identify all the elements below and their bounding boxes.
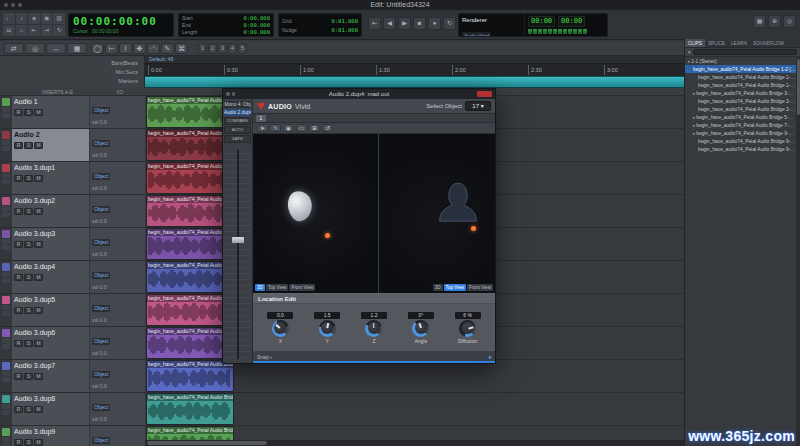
conductor-icon[interactable]: ♪ xyxy=(16,13,28,24)
track-m-button[interactable]: M xyxy=(34,340,43,347)
track-name-cell[interactable]: Audio 3.dup5RSM xyxy=(12,294,90,326)
clips-tab-clips[interactable]: CLIPS xyxy=(685,39,705,47)
track-output-selector[interactable]: Object xyxy=(92,239,110,246)
grid-value[interactable]: 0:01.000 xyxy=(332,17,359,25)
track-s-button[interactable]: S xyxy=(24,109,33,116)
audio-clip[interactable]: begin_have_audio74_Petal Audio Bridge 1-… xyxy=(147,163,233,193)
play-icon[interactable]: ▶ xyxy=(398,17,411,30)
object-position-dot[interactable] xyxy=(325,233,330,238)
audio-clip[interactable]: begin_have_audio74_Petal Audio Bridge 7-… xyxy=(147,361,233,391)
select-tool-icon[interactable]: I xyxy=(119,43,132,54)
view-button-front-view[interactable]: Front View xyxy=(467,284,493,291)
knob-control[interactable] xyxy=(412,320,429,337)
track-output-selector[interactable]: Object xyxy=(92,305,110,312)
pencil-tool-icon[interactable]: ✎ xyxy=(161,43,174,54)
listener-view-pane[interactable]: 3DTop ViewFront View xyxy=(379,134,495,293)
audio-clip[interactable]: begin_have_audio74_Petal Audio Bridge 3-… xyxy=(147,262,233,292)
clip-list-item[interactable]: ▸begin_have_audio74_Petal Audio Bridge 7… xyxy=(685,121,796,129)
track-name-cell[interactable]: Audio 3.dup4RSM xyxy=(12,261,90,293)
expand-icon[interactable]: ▸ xyxy=(489,354,492,360)
audio-clip[interactable]: begin_have_audio74_Petal Audio Bridge 1-… xyxy=(147,130,233,160)
window-zoom-icon[interactable] xyxy=(18,3,22,7)
loop-icon[interactable]: ↻ xyxy=(443,17,456,30)
track-s-button[interactable]: S xyxy=(24,340,33,347)
disclosure-arrow-icon[interactable]: ▸ xyxy=(693,123,695,128)
plugin-safe-button[interactable]: SAFE xyxy=(224,135,251,143)
clips-tab-learn[interactable]: LEARN xyxy=(728,39,750,47)
clip-list-item[interactable]: begin_have_audio74_Petal Audio Bridge 1-… xyxy=(685,73,796,81)
zoom-tool-icon[interactable]: ◯ xyxy=(91,43,104,54)
track-volume-readout[interactable]: vol 0.0 xyxy=(92,185,143,191)
scrub-tool-icon[interactable]: ◠ xyxy=(147,43,160,54)
track-volume-readout[interactable]: vol 0.0 xyxy=(92,416,143,422)
target-icon[interactable]: ◎ xyxy=(783,15,796,28)
track-header[interactable]: Audio 3.dup5RSMObjectvol 0.0 xyxy=(0,294,145,327)
post-roll-icon[interactable]: ⇥ xyxy=(41,25,53,36)
track-volume-readout[interactable]: vol 0.0 xyxy=(92,218,143,224)
ruler-tick[interactable]: 2:30 xyxy=(528,65,542,75)
track-m-button[interactable]: M xyxy=(34,175,43,182)
field-value[interactable]: 0:00.000 xyxy=(244,29,271,36)
object-view-pane[interactable]: 3DTop ViewFront View xyxy=(253,134,379,293)
spatial-viewport[interactable]: 3DTop ViewFront View 3DTop ViewFront Vie… xyxy=(253,134,495,293)
audio-clip[interactable]: begin_have_audio74_Petal Audio Bridge 9-… xyxy=(147,97,233,127)
knob-control[interactable] xyxy=(459,320,476,337)
track-output-selector[interactable]: Object xyxy=(92,437,110,444)
clip-list-item[interactable]: ▸begin_have_audio74_Petal Audio Bridge 9… xyxy=(685,129,796,137)
track-s-button[interactable]: S xyxy=(24,274,33,281)
midi-thru-icon[interactable]: ⌂ xyxy=(16,25,28,36)
view-button-3d[interactable]: 3D xyxy=(255,284,265,291)
track-header[interactable]: Audio 3.dup2RSMObjectvol 0.0 xyxy=(0,195,145,228)
plugin-compare-button[interactable]: COMPARE xyxy=(224,117,251,125)
arrow-tool-icon[interactable]: ➤ xyxy=(257,124,268,132)
track-s-button[interactable]: S xyxy=(24,208,33,215)
plugin-settings-icon[interactable] xyxy=(232,92,236,96)
zoom-preset-1[interactable]: 1 xyxy=(198,43,207,54)
view-button-front-view[interactable]: Front View xyxy=(289,284,315,291)
clip-list-item[interactable]: begin_have_audio74_Petal Audio Bridge 1-… xyxy=(685,65,796,73)
renderer-device-select[interactable]: Audio Vivid xyxy=(462,32,491,37)
track-m-button[interactable]: M xyxy=(34,373,43,380)
clips-search-input[interactable] xyxy=(693,49,797,55)
ruler-tick[interactable]: 0:00 xyxy=(148,65,162,75)
plugin-track-selector[interactable]: Audio 2.dup4 xyxy=(224,109,251,116)
object-tab-1[interactable]: 1 xyxy=(256,115,266,122)
track-m-button[interactable]: M xyxy=(34,439,43,446)
track-volume-readout[interactable]: vol 0.0 xyxy=(92,284,143,290)
track-r-button[interactable]: R xyxy=(14,175,23,182)
track-m-button[interactable]: M xyxy=(34,274,43,281)
link-icon[interactable]: ⊕ xyxy=(768,15,781,28)
tempo-icon[interactable]: ◉ xyxy=(41,13,53,24)
track-name-cell[interactable]: Audio 3.dup9RSM xyxy=(12,426,90,446)
zoom-preset-3[interactable]: 3 xyxy=(218,43,227,54)
ruler-tick[interactable]: 0:30 xyxy=(224,65,238,75)
listener-position-dot[interactable] xyxy=(471,226,476,231)
track-name-cell[interactable]: Audio 3.dup3RSM xyxy=(12,228,90,260)
view-button-top-view[interactable]: Top View xyxy=(266,284,289,291)
track-volume-readout[interactable]: vol 0.0 xyxy=(92,383,143,389)
return-to-zero-icon[interactable]: ⇤ xyxy=(368,17,381,30)
ruler-row-label[interactable]: Bars|Beats xyxy=(0,59,144,67)
track-volume-readout[interactable]: vol 0.0 xyxy=(92,119,143,125)
track-s-button[interactable]: S xyxy=(24,406,33,413)
track-output-selector[interactable]: Object xyxy=(92,173,110,180)
track-header[interactable]: Audio 3.dup3RSMObjectvol 0.0 xyxy=(0,228,145,261)
track-volume-readout[interactable]: vol 0.0 xyxy=(92,152,143,158)
clips-scrollbar[interactable] xyxy=(796,57,800,446)
reset-icon[interactable]: ↺ xyxy=(322,124,333,132)
track-name-cell[interactable]: Audio 3.dup6RSM xyxy=(12,327,90,359)
plugin-window[interactable]: Audio 2.dup4: mad out Mono 4: Obj Audio … xyxy=(222,88,496,364)
track-header[interactable]: Audio 3.dup8RSMObjectvol 0.0 xyxy=(0,393,145,426)
track-volume-readout[interactable]: vol 0.0 xyxy=(92,317,143,323)
metronome-icon[interactable]: ♩ xyxy=(3,13,15,24)
timeline-selection-band[interactable] xyxy=(145,76,684,88)
zoom-preset-4[interactable]: 4 xyxy=(228,43,237,54)
meter-icon[interactable]: ▥ xyxy=(53,13,65,24)
window-controls[interactable] xyxy=(4,3,22,7)
audio-clip[interactable]: begin_have_audio74_Petal Audio Bridge 5-… xyxy=(147,295,233,325)
plugin-auto-button[interactable]: AUTO xyxy=(224,126,251,134)
track-r-button[interactable]: R xyxy=(14,373,23,380)
main-counter[interactable]: 00:00:00:00 xyxy=(73,15,169,28)
track-name-cell[interactable]: Audio 3.dup2RSM xyxy=(12,195,90,227)
track-header[interactable]: Audio 2RSMObjectvol 0.0 xyxy=(0,129,145,162)
